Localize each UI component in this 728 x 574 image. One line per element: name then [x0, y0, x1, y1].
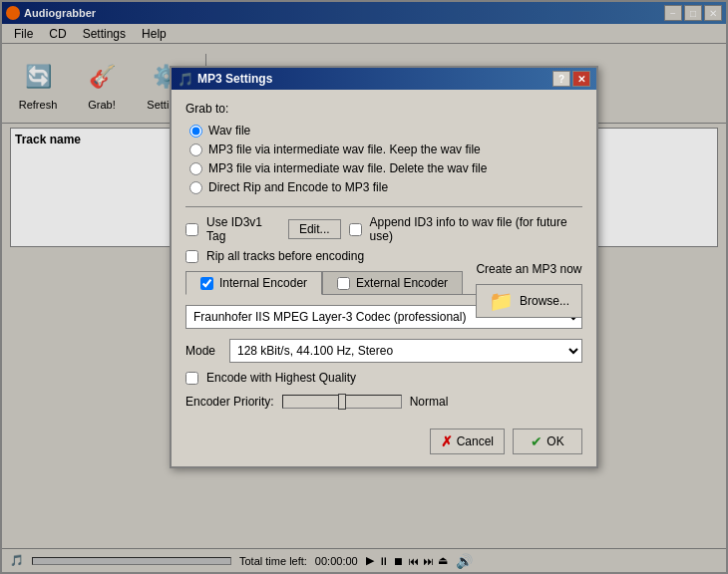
priority-row: Encoder Priority: Normal: [185, 395, 582, 409]
radio-direct-rip-label: Direct Rip and Encode to MP3 file: [208, 180, 388, 194]
grab-to-label: Grab to:: [185, 102, 582, 116]
create-mp3-label: Create an MP3 now: [476, 262, 581, 276]
browse-button[interactable]: 📁 Browse...: [476, 284, 582, 318]
cancel-button[interactable]: ✗ Cancel: [430, 429, 505, 454]
dialog-close-button[interactable]: ✕: [572, 71, 590, 87]
radio-direct-rip[interactable]: Direct Rip and Encode to MP3 file: [189, 180, 582, 194]
radio-mp3-delete-label: MP3 file via intermediate wav file. Dele…: [208, 161, 487, 175]
use-id3v1-label: Use ID3v1 Tag: [206, 215, 280, 243]
rip-all-label: Rip all tracks before encoding: [206, 249, 364, 263]
radio-wav-file[interactable]: Wav file: [189, 124, 582, 138]
dialog-help-button[interactable]: ?: [552, 71, 570, 87]
append-id3-row: Append ID3 info to wav file (for future …: [349, 215, 582, 243]
external-encoder-label: External Encoder: [356, 276, 448, 290]
dialog-title-bar: 🎵 MP3 Settings ? ✕: [172, 68, 596, 90]
quality-row: Encode with Highest Quality: [185, 371, 582, 385]
external-encoder-tab[interactable]: External Encoder: [322, 271, 463, 294]
append-id3-checkbox[interactable]: [349, 223, 362, 236]
grab-to-radio-group: Wav file MP3 file via intermediate wav f…: [185, 124, 582, 194]
dialog-title: MP3 Settings: [197, 72, 272, 86]
use-id3v1-row: Use ID3v1 Tag: [185, 215, 280, 243]
radio-direct-rip-input[interactable]: [189, 181, 202, 194]
encode-quality-checkbox[interactable]: [185, 372, 198, 385]
priority-value: Normal: [410, 395, 449, 409]
radio-mp3-keep-input[interactable]: [189, 144, 202, 156]
external-encoder-checkbox[interactable]: [337, 277, 350, 290]
dialog-title-left: 🎵 MP3 Settings: [178, 72, 272, 87]
radio-wav-label: Wav file: [208, 124, 250, 138]
ok-label: OK: [546, 434, 563, 448]
encoder-priority-label: Encoder Priority:: [185, 395, 274, 409]
app-window: Audiograbber − □ ✕ File CD Settings Help…: [0, 0, 728, 574]
mode-select[interactable]: 128 kBit/s, 44.100 Hz, Stereo: [229, 339, 582, 363]
internal-encoder-checkbox[interactable]: [200, 277, 213, 290]
rip-all-row: Rip all tracks before encoding: [185, 249, 582, 263]
cancel-icon: ✗: [441, 433, 453, 449]
mode-label: Mode: [185, 344, 221, 358]
dialog-icon: 🎵: [178, 72, 193, 87]
internal-encoder-label: Internal Encoder: [219, 276, 307, 290]
mp3-settings-dialog: 🎵 MP3 Settings ? ✕ Grab to: Wav file: [170, 66, 598, 468]
internal-encoder-tab[interactable]: Internal Encoder: [185, 271, 322, 295]
radio-mp3-delete[interactable]: MP3 file via intermediate wav file. Dele…: [189, 161, 582, 175]
edit-button[interactable]: Edit...: [288, 219, 341, 239]
dialog-bottom-buttons: ✗ Cancel ✔ OK: [172, 421, 596, 466]
ok-icon: ✔: [531, 433, 543, 449]
radio-mp3-delete-input[interactable]: [189, 162, 202, 175]
ok-button[interactable]: ✔ OK: [513, 429, 582, 454]
priority-slider[interactable]: [282, 395, 402, 409]
folder-icon: 📁: [489, 289, 514, 313]
use-id3v1-checkbox[interactable]: [185, 223, 198, 236]
dialog-content: Grab to: Wav file MP3 file via intermedi…: [172, 90, 596, 421]
radio-mp3-keep[interactable]: MP3 file via intermediate wav file. Keep…: [189, 143, 582, 156]
modal-overlay: 🎵 MP3 Settings ? ✕ Grab to: Wav file: [2, 2, 726, 572]
cancel-label: Cancel: [457, 434, 494, 448]
create-mp3-panel: Create an MP3 now 📁 Browse...: [476, 262, 582, 318]
radio-wav-input[interactable]: [189, 125, 202, 138]
divider-1: [185, 206, 582, 207]
mode-row: Mode 128 kBit/s, 44.100 Hz, Stereo: [185, 339, 582, 363]
radio-mp3-keep-label: MP3 file via intermediate wav file. Keep…: [208, 143, 481, 156]
dialog-title-buttons: ? ✕: [552, 71, 590, 87]
rip-all-checkbox[interactable]: [185, 250, 198, 263]
append-id3-label: Append ID3 info to wav file (for future …: [370, 215, 582, 243]
browse-label: Browse...: [520, 294, 569, 308]
slider-thumb: [338, 394, 346, 410]
encode-quality-label: Encode with Highest Quality: [206, 371, 356, 385]
